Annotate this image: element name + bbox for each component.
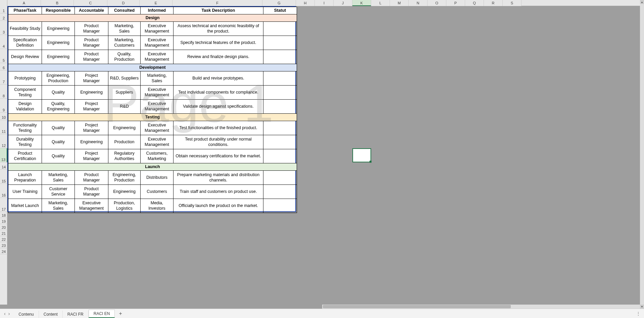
cell[interactable]: Regulatory Authorities: [108, 149, 141, 163]
cell[interactable]: Engineering: [42, 50, 75, 64]
cell[interactable]: Product Manager: [75, 185, 108, 199]
column-header-E[interactable]: E: [140, 0, 172, 6]
row-header-11[interactable]: 11: [0, 120, 7, 134]
cell[interactable]: Design Review: [8, 50, 42, 64]
column-header-B[interactable]: B: [41, 0, 74, 6]
scroll-up-icon[interactable]: ▲: [640, 0, 644, 4]
cell[interactable]: Project Manager: [75, 149, 108, 163]
table-row[interactable]: Launch PreparationMarketing, SalesProduc…: [8, 171, 297, 185]
table-row[interactable]: Design ReviewEngineeringProduct ManagerQ…: [8, 50, 297, 64]
cell[interactable]: Marketing, Sales: [42, 199, 75, 213]
row-header-22[interactable]: 22: [0, 236, 7, 242]
cell[interactable]: Quality, Engineering: [42, 100, 75, 114]
table-row[interactable]: Durability TestingQualityEngineeringProd…: [8, 135, 297, 149]
row-header-21[interactable]: 21: [0, 230, 7, 236]
cell[interactable]: Engineering: [75, 86, 108, 100]
phase-design[interactable]: Design: [8, 14, 297, 22]
cell[interactable]: User Training: [8, 185, 42, 199]
cell[interactable]: Executive Management: [75, 199, 108, 213]
cell[interactable]: Executive Management: [141, 36, 174, 50]
cell[interactable]: Review and finalize design plans.: [174, 50, 263, 64]
column-header-C[interactable]: C: [74, 0, 107, 6]
header-statut[interactable]: Statut: [263, 7, 297, 14]
cell-grid[interactable]: Page 1 Phase/TaskResponsibleAccountableC…: [7, 6, 640, 305]
cell[interactable]: Project Manager: [75, 100, 108, 114]
cell[interactable]: Specify technical features of the produc…: [174, 36, 263, 50]
sheet-tab-raci-en[interactable]: RACI EN: [89, 310, 115, 318]
cell[interactable]: Marketing, Sales: [141, 71, 174, 86]
table-row[interactable]: Product CertificationQualityProject Mana…: [8, 149, 297, 163]
column-header-G[interactable]: G: [262, 0, 296, 6]
cell[interactable]: [263, 199, 297, 213]
row-header-23[interactable]: 23: [0, 242, 7, 248]
cell[interactable]: R&D: [108, 100, 141, 114]
table-row[interactable]: Design ValidationQuality, EngineeringPro…: [8, 100, 297, 114]
cell[interactable]: Functionality Testing: [8, 121, 42, 135]
phase-testing[interactable]: Testing: [8, 114, 297, 121]
cell[interactable]: Test individual components for complianc…: [174, 86, 263, 100]
row-header-10[interactable]: 10: [0, 113, 7, 120]
header-accountable[interactable]: Accountable: [75, 7, 108, 14]
row-header-9[interactable]: 9: [0, 99, 7, 113]
header-responsible[interactable]: Responsible: [42, 7, 75, 14]
tab-next-icon[interactable]: ›: [8, 311, 10, 316]
cell[interactable]: Executive Management: [141, 121, 174, 135]
row-header-7[interactable]: 7: [0, 70, 7, 85]
column-header-A[interactable]: A: [7, 0, 41, 6]
vertical-scrollbar[interactable]: ▲ ▼: [640, 0, 644, 309]
column-header-O[interactable]: O: [428, 0, 446, 6]
cell[interactable]: Executive Management: [141, 22, 174, 36]
select-all-corner[interactable]: [0, 0, 7, 6]
table-row[interactable]: Market LaunchMarketing, SalesExecutive M…: [8, 199, 297, 213]
cell[interactable]: Product Manager: [75, 22, 108, 36]
phase-launch[interactable]: Launch: [8, 163, 297, 171]
column-header-R[interactable]: R: [484, 0, 503, 6]
cell[interactable]: Quality: [42, 86, 75, 100]
cell[interactable]: Production, Logistics: [108, 199, 141, 213]
row-header-1[interactable]: 1: [0, 6, 7, 13]
column-header-L[interactable]: L: [371, 0, 390, 6]
row-header-4[interactable]: 4: [0, 35, 7, 49]
cell[interactable]: Product Manager: [75, 50, 108, 64]
sheet-tab-raci-fr[interactable]: RACI FR: [63, 311, 89, 318]
cell[interactable]: Quality, Production: [108, 50, 141, 64]
cell[interactable]: [263, 36, 297, 50]
cell[interactable]: Engineering: [75, 135, 108, 149]
row-header-15[interactable]: 15: [0, 170, 7, 184]
cell[interactable]: Quality: [42, 135, 75, 149]
cell[interactable]: Product Manager: [75, 36, 108, 50]
column-header-H[interactable]: H: [296, 0, 315, 6]
row-header-6[interactable]: 6: [0, 63, 7, 70]
cell[interactable]: Project Manager: [75, 71, 108, 86]
header-consulted[interactable]: Consulted: [108, 7, 141, 14]
row-header-19[interactable]: 19: [0, 218, 7, 224]
table-row[interactable]: Functionality TestingQualityProject Mana…: [8, 121, 297, 135]
cell[interactable]: Assess technical and economic feasibilit…: [174, 22, 263, 36]
cell[interactable]: Market Launch: [8, 199, 42, 213]
cell[interactable]: Marketing, Customers: [108, 36, 141, 50]
table-row[interactable]: Component TestingQualityEngineeringSuppl…: [8, 86, 297, 100]
column-header-I[interactable]: I: [315, 0, 334, 6]
column-header-J[interactable]: J: [334, 0, 352, 6]
column-header-M[interactable]: M: [390, 0, 409, 6]
cell[interactable]: Prototyping: [8, 71, 42, 86]
cell[interactable]: Engineering, Production: [108, 171, 141, 185]
table-row[interactable]: Feasibility StudyEngineeringProduct Mana…: [8, 22, 297, 36]
column-header-Q[interactable]: Q: [465, 0, 484, 6]
cell[interactable]: Design Validation: [8, 100, 42, 114]
cell[interactable]: Executive Management: [141, 50, 174, 64]
cell[interactable]: [263, 171, 297, 185]
cell[interactable]: Test functionalities of the finished pro…: [174, 121, 263, 135]
cell[interactable]: Customer Service: [42, 185, 75, 199]
header-phase-task[interactable]: Phase/Task: [8, 7, 42, 14]
column-header-D[interactable]: D: [107, 0, 140, 6]
cell[interactable]: Customers: [141, 185, 174, 199]
cell[interactable]: Validate design against specifications.: [174, 100, 263, 114]
sheet-tab-contenu[interactable]: Contenu: [14, 311, 39, 318]
row-header-8[interactable]: 8: [0, 85, 7, 99]
cell[interactable]: Launch Preparation: [8, 171, 42, 185]
cell[interactable]: Quality: [42, 121, 75, 135]
table-row[interactable]: User TrainingCustomer ServiceProduct Man…: [8, 185, 297, 199]
scroll-down-icon[interactable]: ▼: [640, 305, 644, 309]
row-header-3[interactable]: 3: [0, 21, 7, 35]
